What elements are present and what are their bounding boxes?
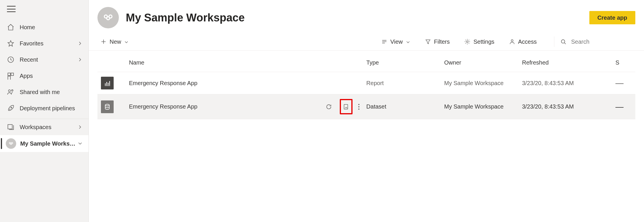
settings-label: Settings [473, 38, 494, 45]
settings-button[interactable]: Settings [461, 37, 497, 47]
gear-icon [464, 38, 470, 45]
search-box[interactable] [560, 38, 635, 45]
sidebar-item-label: Workspaces [20, 124, 77, 131]
sidebar-item-favorites[interactable]: Favorites [0, 35, 88, 52]
clock-icon [7, 56, 14, 63]
content-table: Name Type Owner Refreshed S [97, 51, 635, 119]
sidebar-item-label: Home [20, 24, 83, 31]
toolbar: New View Filters Settings Access [89, 34, 644, 51]
home-icon [7, 23, 14, 31]
item-name[interactable]: Emergency Response App [126, 94, 289, 119]
sidebar-item-apps[interactable]: Apps [0, 68, 88, 84]
view-button[interactable]: View [378, 37, 413, 47]
sidebar-item-workspaces[interactable]: Workspaces [0, 119, 88, 135]
item-sensitivity: — [612, 72, 635, 94]
search-icon [560, 38, 567, 45]
sidebar-item-shared[interactable]: Shared with me [0, 84, 88, 100]
funnel-icon [425, 38, 431, 45]
item-type: Dataset [363, 94, 441, 119]
sidebar-current-workspace[interactable]: My Sample Works… [0, 135, 88, 152]
view-label: View [390, 38, 403, 45]
filters-button[interactable]: Filters [422, 37, 453, 47]
shared-icon [7, 88, 14, 96]
table-row[interactable]: Emergency Response App [97, 94, 635, 119]
plus-icon [100, 38, 107, 45]
view-icon [381, 38, 387, 45]
workspace-avatar-icon [6, 138, 16, 149]
chevron-down-icon [77, 141, 83, 146]
item-refreshed: 3/23/20, 8:43:53 AM [518, 72, 612, 94]
item-refreshed: 3/23/20, 8:43:53 AM [518, 94, 612, 119]
filters-label: Filters [434, 38, 450, 45]
item-sensitivity: — [612, 94, 635, 119]
access-button[interactable]: Access [506, 37, 540, 47]
col-refreshed[interactable]: Refreshed [518, 51, 612, 72]
item-type: Report [363, 72, 441, 94]
search-input[interactable] [571, 38, 629, 45]
star-icon [7, 40, 14, 47]
item-name[interactable]: Emergency Response App [126, 72, 289, 94]
page-title: My Sample Workspace [126, 12, 589, 24]
sidebar-item-home[interactable]: Home [0, 19, 88, 35]
more-options-button[interactable] [358, 104, 359, 110]
report-icon [101, 77, 114, 89]
sidebar-item-label: Deployment pipelines [20, 105, 83, 112]
sidebar: Home Favorites Recent Apps Shared with m… [0, 0, 89, 222]
workspace-avatar-icon [97, 7, 119, 28]
item-owner: My Sample Workspace [441, 94, 518, 119]
table-row[interactable]: Emergency Response App Report My Sample … [97, 72, 635, 94]
sidebar-item-label: Favorites [20, 40, 77, 47]
hamburger-menu-icon[interactable] [7, 6, 16, 12]
chevron-right-icon [77, 57, 83, 62]
sidebar-item-label: Shared with me [20, 89, 83, 96]
chevron-down-icon [124, 39, 129, 44]
stack-icon [7, 123, 14, 131]
col-owner[interactable]: Owner [441, 51, 518, 72]
item-owner: My Sample Workspace [441, 72, 518, 94]
col-type[interactable]: Type [363, 51, 441, 72]
apps-icon [7, 72, 14, 80]
chevron-down-icon [406, 39, 410, 44]
workspace-header: My Sample Workspace Create app [89, 0, 644, 34]
divider [554, 36, 554, 47]
chevron-right-icon [77, 41, 83, 46]
create-app-button[interactable]: Create app [589, 11, 635, 24]
chevron-right-icon [77, 124, 83, 130]
sidebar-item-label: Recent [20, 56, 77, 63]
sidebar-item-recent[interactable]: Recent [0, 52, 88, 68]
access-label: Access [518, 38, 537, 45]
rocket-icon [7, 104, 14, 112]
schedule-refresh-button[interactable] [340, 99, 353, 114]
col-name[interactable]: Name [126, 51, 289, 72]
new-label: New [110, 38, 121, 45]
main-content: My Sample Workspace Create app New View … [89, 0, 644, 222]
current-workspace-label: My Sample Works… [20, 140, 77, 147]
sidebar-item-label: Apps [20, 73, 83, 79]
sidebar-item-pipelines[interactable]: Deployment pipelines [0, 100, 88, 116]
col-sensitivity[interactable]: S [612, 51, 635, 72]
dataset-icon [101, 100, 114, 113]
refresh-now-button[interactable] [324, 102, 334, 112]
person-icon [509, 38, 515, 45]
new-button[interactable]: New [97, 37, 132, 47]
